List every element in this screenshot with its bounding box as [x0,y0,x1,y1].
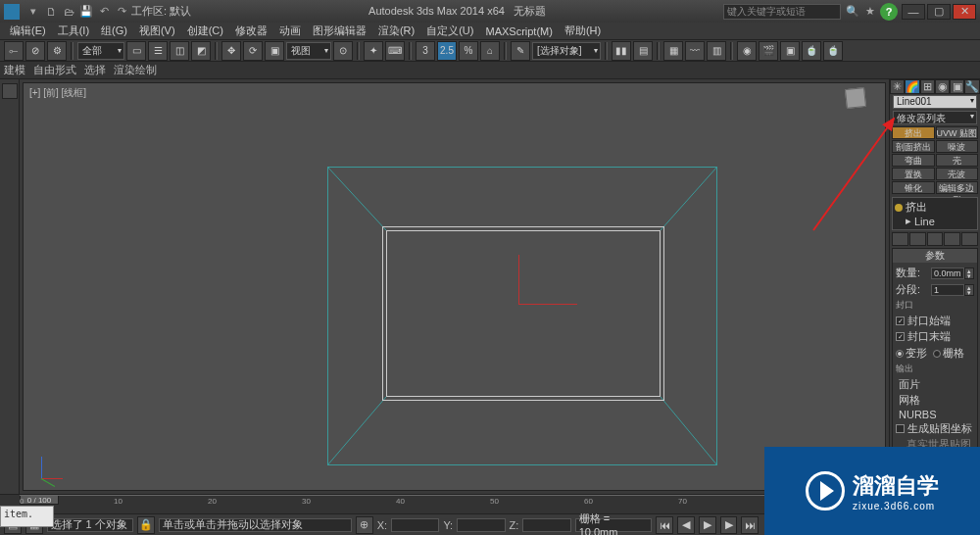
menu-grapheditors[interactable]: 图形编辑器 [307,24,372,38]
material-editor-icon[interactable]: ◉ [737,41,757,61]
menu-tools[interactable]: 工具(I) [52,24,95,38]
tab-freeform[interactable]: 自由形式 [33,63,76,77]
spinner-snap-icon[interactable]: ⌂ [480,41,500,61]
left-tool-1[interactable] [2,83,18,99]
render-setup-icon[interactable]: 🎬 [759,41,778,61]
menu-create[interactable]: 创建(C) [181,24,229,38]
show-result-icon[interactable] [909,232,926,246]
viewport-label[interactable]: [+] [前] [线框] [29,86,86,100]
modifier-list-dropdown[interactable]: 修改器列表 [893,111,977,124]
gen-uv-checkbox[interactable] [896,424,905,433]
menu-views[interactable]: 视图(V) [133,24,181,38]
btn-uvwmap[interactable]: UVW 贴图 [936,126,979,139]
percent-snap-icon[interactable]: % [459,41,478,61]
align-icon[interactable]: ▤ [633,41,653,61]
tab-modeling[interactable]: 建模 [4,63,25,77]
center-icon[interactable]: ⊙ [333,41,353,61]
help-search-input[interactable]: 键入关键字或短语 [723,4,841,20]
minimize-button[interactable]: — [902,4,925,20]
maximize-button[interactable]: ▢ [927,4,951,20]
morph-radio[interactable] [896,350,904,358]
x-field[interactable] [391,518,439,532]
z-field[interactable] [522,518,570,532]
angle-snap-icon[interactable]: 2.5 [437,41,457,61]
goto-end-icon[interactable]: ⏭ [741,516,759,534]
play-icon[interactable]: ▶ [699,516,716,534]
btn-shellwave[interactable]: 壳波 [936,168,979,180]
tab-display-icon[interactable]: ▣ [950,79,964,94]
segments-spinner[interactable]: ▴▾ [964,284,974,296]
menu-edit[interactable]: 编辑(E) [4,24,52,38]
viewcube[interactable] [846,88,875,118]
render-prod-icon[interactable]: 🍵 [823,41,843,61]
manipulate-icon[interactable]: ✦ [364,41,383,61]
help-button[interactable]: ? [880,3,898,21]
unlink-icon[interactable]: ⊘ [25,41,45,61]
modifier-stack[interactable]: 挤出 ▸ Line [892,197,978,230]
bulb-icon[interactable] [895,204,903,212]
bind-icon[interactable]: ⚙ [47,41,67,61]
tab-motion-icon[interactable]: ◉ [935,79,950,94]
btn-extrude[interactable]: 挤出 [892,126,935,139]
btn-shell[interactable]: 壳 [936,154,979,167]
remove-mod-icon[interactable] [944,232,960,246]
isolate-icon[interactable]: ⊕ [356,516,373,534]
viewport[interactable]: [+] [前] [线框] [23,82,886,491]
curve-editor-icon[interactable]: 〰 [685,41,705,61]
grid-radio[interactable] [933,350,941,358]
menu-help[interactable]: 帮助(H) [559,24,607,38]
window-crossing-icon[interactable]: ◩ [191,41,211,61]
schematic-icon[interactable]: ▥ [707,41,726,61]
app-icon[interactable] [4,4,20,20]
selection-filter-dropdown[interactable]: 全部 [77,42,124,60]
close-button[interactable]: ✕ [953,4,976,20]
snap-toggle-icon[interactable]: 3 [416,41,435,61]
fav-icon[interactable]: ★ [862,4,878,20]
tab-paint[interactable]: 渲染绘制 [114,63,157,77]
refcoord-dropdown[interactable]: 视图 [286,42,331,60]
mirror-icon[interactable]: ▮▮ [612,41,631,61]
pin-stack-icon[interactable] [892,232,908,246]
render-frame-icon[interactable]: ▣ [780,41,800,61]
amount-input[interactable]: 0.0mm [931,268,964,279]
amount-spinner[interactable]: ▴▾ [964,268,974,279]
btn-editpoly[interactable]: 编辑多边形 [936,181,979,194]
object-name-field[interactable]: Line001 [893,95,977,109]
menu-modifiers[interactable]: 修改器 [229,24,273,38]
stack-base[interactable]: Line [914,216,935,227]
cap-start-checkbox[interactable]: ✓ [896,316,905,325]
prev-frame-icon[interactable]: ◀ [677,516,695,534]
btn-noise[interactable]: 噪波 [936,140,979,153]
render-icon[interactable]: 🍵 [802,41,821,61]
menu-group[interactable]: 组(G) [95,24,133,38]
new-icon[interactable]: 🗋 [43,4,59,20]
select-region-icon[interactable]: ◫ [170,41,189,61]
tab-create-icon[interactable]: ✳ [890,79,905,94]
save-icon[interactable]: 💾 [78,4,94,20]
open-icon[interactable]: 🗁 [61,4,76,20]
make-unique-icon[interactable] [927,232,944,246]
btn-bend[interactable]: 弯曲 [892,154,935,167]
tab-utilities-icon[interactable]: 🔧 [964,79,980,94]
layers-icon[interactable]: ▦ [663,41,683,61]
select-name-icon[interactable]: ☰ [148,41,168,61]
named-sel-icon[interactable]: ✎ [511,41,530,61]
segments-input[interactable]: 1 [931,284,964,296]
next-frame-icon[interactable]: ▶ [720,516,738,534]
undo-icon[interactable]: ↶ [96,4,112,20]
move-icon[interactable]: ✥ [221,41,241,61]
btn-taper[interactable]: 锥化 [892,181,935,194]
titlebar-menu-icon[interactable]: ▾ [25,4,41,20]
rotate-icon[interactable]: ⟳ [243,41,263,61]
menu-animation[interactable]: 动画 [273,24,307,38]
lock-icon[interactable]: 🔒 [137,516,155,534]
named-selection-dropdown[interactable]: [选择对象] [532,42,601,60]
goto-start-icon[interactable]: ⏮ [656,516,673,534]
tab-hierarchy-icon[interactable]: ⊞ [920,79,935,94]
configure-icon[interactable] [961,232,978,246]
btn-bevel[interactable]: 剖面挤出 [892,140,935,153]
keyboard-icon[interactable]: ⌨ [385,41,405,61]
menu-rendering[interactable]: 渲染(R) [372,24,420,38]
rollout-title[interactable]: 参数 [893,249,977,263]
tab-modify-icon[interactable]: 🌈 [905,79,920,94]
